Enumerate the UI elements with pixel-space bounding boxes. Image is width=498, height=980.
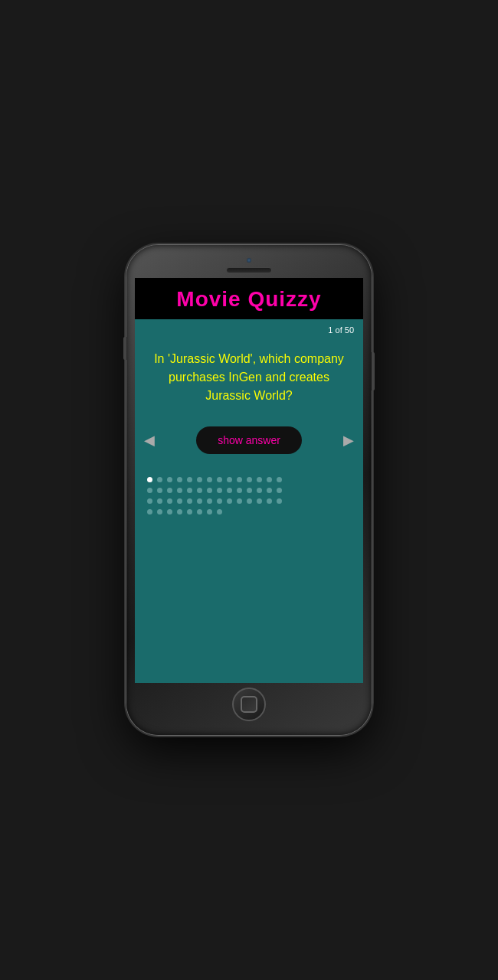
pagination-dot-26[interactable]: [267, 488, 272, 493]
pagination-dot-20[interactable]: [207, 488, 212, 493]
pagination-dot-0[interactable]: [147, 477, 152, 482]
pagination-dot-27[interactable]: [277, 488, 282, 493]
phone-frame: Movie Quizzy 1 of 50 In 'Jurassic World'…: [126, 245, 372, 735]
phone-screen: Movie Quizzy 1 of 50 In 'Jurassic World'…: [135, 278, 363, 683]
prev-arrow[interactable]: ◀: [138, 426, 161, 455]
pagination-dot-11[interactable]: [257, 477, 262, 482]
pagination-dot-6[interactable]: [207, 477, 212, 482]
pagination-dot-1[interactable]: [157, 477, 162, 482]
pagination-dot-43[interactable]: [157, 509, 162, 514]
app-header: Movie Quizzy: [135, 278, 363, 319]
pagination-dot-30[interactable]: [167, 498, 172, 504]
pagination-dot-47[interactable]: [197, 509, 202, 514]
pagination-dot-38[interactable]: [247, 498, 252, 504]
pagination-dot-5[interactable]: [197, 477, 202, 482]
pagination-dot-16[interactable]: [167, 488, 172, 493]
phone-bottom: [134, 688, 364, 721]
pagination-dot-10[interactable]: [247, 477, 252, 482]
pagination-dot-13[interactable]: [277, 477, 282, 482]
pagination-dot-12[interactable]: [267, 477, 272, 482]
pagination-dot-28[interactable]: [147, 498, 152, 504]
pagination-dot-18[interactable]: [187, 488, 192, 493]
home-button[interactable]: [232, 688, 266, 721]
speaker: [226, 267, 272, 273]
pagination-dot-8[interactable]: [227, 477, 232, 482]
pagination-dot-45[interactable]: [177, 509, 182, 514]
pagination-dot-23[interactable]: [237, 488, 242, 493]
pagination-dot-3[interactable]: [177, 477, 182, 482]
pagination-dot-35[interactable]: [217, 498, 222, 504]
pagination-dot-9[interactable]: [237, 477, 242, 482]
pagination-dot-4[interactable]: [187, 477, 192, 482]
pagination-dot-14[interactable]: [147, 488, 152, 493]
pagination-dot-42[interactable]: [147, 509, 152, 514]
side-button-right: [372, 352, 375, 390]
pagination-dot-25[interactable]: [257, 488, 262, 493]
pagination-dot-33[interactable]: [197, 498, 202, 504]
quiz-area: 1 of 50 In 'Jurassic World', which compa…: [135, 319, 363, 683]
pagination-dot-21[interactable]: [217, 488, 222, 493]
phone-top: [134, 254, 364, 273]
pagination-dot-41[interactable]: [277, 498, 282, 504]
pagination-dot-29[interactable]: [157, 498, 162, 504]
home-button-inner: [241, 696, 257, 713]
pagination-dot-32[interactable]: [187, 498, 192, 504]
question-counter: 1 of 50: [135, 319, 363, 338]
pagination-dot-48[interactable]: [207, 509, 212, 514]
pagination-dot-46[interactable]: [187, 509, 192, 514]
pagination-dot-17[interactable]: [177, 488, 182, 493]
pagination-dot-2[interactable]: [167, 477, 172, 482]
question-text: In 'Jurassic World', which company purch…: [135, 338, 363, 420]
show-answer-button[interactable]: show answer: [196, 426, 302, 454]
pagination-dot-22[interactable]: [227, 488, 232, 493]
pagination-dot-24[interactable]: [247, 488, 252, 493]
side-button-left: [123, 337, 126, 360]
pagination-dot-31[interactable]: [177, 498, 182, 504]
show-answer-row: ◀ show answer ▶: [135, 420, 363, 466]
pagination-dots: [135, 466, 363, 683]
pagination-dot-19[interactable]: [197, 488, 202, 493]
pagination-dot-15[interactable]: [157, 488, 162, 493]
pagination-dot-7[interactable]: [217, 477, 222, 482]
pagination-dot-34[interactable]: [207, 498, 212, 504]
camera: [246, 257, 252, 263]
next-arrow[interactable]: ▶: [337, 426, 360, 455]
pagination-dot-37[interactable]: [237, 498, 242, 504]
pagination-dot-49[interactable]: [217, 509, 222, 514]
app-title: Movie Quizzy: [143, 287, 355, 312]
pagination-dot-39[interactable]: [257, 498, 262, 504]
pagination-dot-40[interactable]: [267, 498, 272, 504]
pagination-dot-44[interactable]: [167, 509, 172, 514]
pagination-dot-36[interactable]: [227, 498, 232, 504]
